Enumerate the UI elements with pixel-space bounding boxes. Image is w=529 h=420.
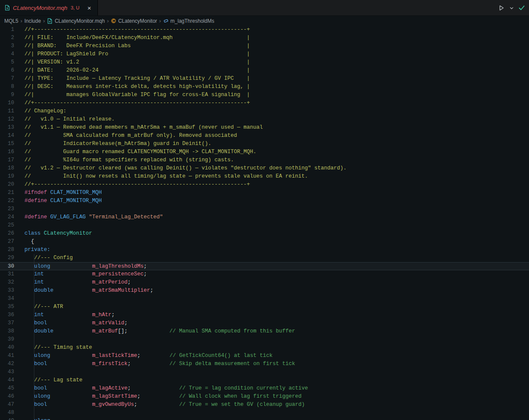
code-line[interactable]: 3//| BRAND: DeeFX Precision Labs | [0, 42, 529, 50]
line-number: 13 [0, 124, 19, 132]
code-line[interactable]: 19// Init() now resets all timing/lag st… [0, 172, 529, 181]
code-line[interactable]: 25 [0, 221, 529, 230]
code-line[interactable]: 44 //--- Lag state [0, 376, 529, 384]
line-number: 12 [0, 115, 19, 124]
code-text: { [19, 238, 529, 246]
code-line[interactable]: 7//| TYPE: Include — Latency Tracking / … [0, 75, 529, 83]
code-line[interactable]: 23 [0, 205, 529, 213]
code-line[interactable]: 45 bool m_lagActive; // True = lag condi… [0, 384, 529, 393]
code-line[interactable]: 46 ulong m_lagStartTime; // Wall clock w… [0, 393, 529, 401]
code-line[interactable]: 48 [0, 409, 529, 417]
line-number: 15 [0, 140, 19, 148]
line-number: 42 [0, 360, 19, 368]
code-text: bool m_atrValid; [19, 319, 529, 327]
code-line[interactable]: 35 //--- ATR [0, 303, 529, 311]
code-line[interactable]: 20//+-----------------------------------… [0, 181, 529, 189]
breadcrumb-item-mql5[interactable]: MQL5 [4, 18, 18, 24]
breadcrumb-separator: › [43, 18, 45, 24]
code-line[interactable]: 22#define CLAT_MONITOR_MQH [0, 197, 529, 205]
code-line[interactable]: 9//| manages GlobalVariable IPC flag for… [0, 91, 529, 99]
breadcrumb-item-clatencymonitor[interactable]: CLatencyMonitor [111, 18, 157, 24]
breadcrumb: MQL5›Include›CLatencyMonitor.mqh›CLatenc… [0, 16, 529, 26]
tab-clatencymonitor[interactable]: CLatencyMonitor.mqh 3, U × [0, 0, 98, 15]
code-line[interactable]: 28private: [0, 246, 529, 254]
code-text: ulong m_lagThresholdMs; [19, 263, 529, 270]
code-line[interactable]: 29 //--- Config [0, 254, 529, 262]
line-number: 43 [0, 368, 19, 376]
code-line[interactable]: 39 [0, 335, 529, 344]
line-number: 18 [0, 164, 19, 172]
line-number: 24 [0, 213, 19, 221]
code-line[interactable]: 30 ulong m_lagThresholdMs; [0, 262, 529, 270]
code-text: // Guard macro renamed CLATENCYMONITOR_M… [19, 148, 529, 156]
code-line[interactable]: 31 int m_persistenceSec; [0, 270, 529, 278]
code-line[interactable]: 16// Guard macro renamed CLATENCYMONITOR… [0, 148, 529, 156]
check-icon[interactable] [517, 3, 526, 12]
chevron-down-icon[interactable] [508, 3, 514, 12]
line-number: 10 [0, 99, 19, 107]
code-line[interactable]: 34 [0, 295, 529, 303]
line-number: 34 [0, 295, 19, 303]
code-line[interactable]: 17// %I64u format specifiers replaced wi… [0, 156, 529, 164]
code-line[interactable]: 26class CLatencyMonitor [0, 230, 529, 238]
tab-problems-git-badge: 3, U [71, 5, 79, 10]
code-text: #define GV_LAG_FLAG "Terminal_Lag_Detect… [19, 213, 529, 221]
code-line[interactable]: 38 double m_atrBuf[]; // Manual SMA comp… [0, 327, 529, 335]
line-number: 11 [0, 107, 19, 115]
code-line[interactable]: 27 { [0, 238, 529, 246]
code-line[interactable]: 2//| FILE: Include/DeeFX/CLatencyMonitor… [0, 34, 529, 42]
code-text: bool m_gvOwnedByUs; // True = we set the… [19, 401, 529, 409]
code-text [19, 409, 529, 417]
code-line[interactable]: 12// v1.0 — Initial release. [0, 115, 529, 124]
code-text: bool m_firstTick; // Skip delta measurem… [19, 360, 529, 368]
code-text: //--- Config [19, 254, 529, 262]
code-line[interactable]: 32 int m_atrPeriod; [0, 278, 529, 287]
code-area: 1//+------------------------------------… [0, 26, 529, 420]
code-line[interactable]: 36 int m_hAtr; [0, 311, 529, 319]
code-line[interactable]: 41 ulong m_lastTickTime; // GetTickCount… [0, 352, 529, 360]
code-line[interactable]: 4//| PRODUCT: LagShield Pro | [0, 50, 529, 58]
code-line[interactable]: 15// IndicatorRelease(m_hAtrSma) guard i… [0, 140, 529, 148]
line-number: 9 [0, 91, 19, 99]
breadcrumb-label: CLatencyMonitor.mqh [55, 18, 105, 24]
breadcrumb-item-include[interactable]: Include [24, 18, 41, 24]
code-line[interactable]: 47 bool m_gvOwnedByUs; // True = we set … [0, 401, 529, 409]
code-line[interactable]: 21#ifndef CLAT_MONITOR_MQH [0, 189, 529, 197]
code-line[interactable]: 40 //--- Timing state [0, 344, 529, 352]
line-number: 26 [0, 230, 19, 238]
line-number: 41 [0, 352, 19, 360]
line-number: 5 [0, 58, 19, 66]
code-text: int m_hAtr; [19, 311, 529, 319]
close-icon[interactable]: × [85, 4, 93, 12]
code-text: //| DATE: 2026-02-24 | [19, 66, 529, 75]
code-text [19, 335, 529, 344]
breadcrumb-item-m-lagthresholdms[interactable]: m_lagThresholdMs [163, 18, 214, 24]
code-text: // v1.1 — Removed dead members m_hAtrSma… [19, 124, 529, 132]
code-line[interactable]: 1//+------------------------------------… [0, 26, 529, 34]
code-line[interactable]: 43 [0, 368, 529, 376]
editor[interactable]: 1//+------------------------------------… [0, 26, 529, 420]
code-line[interactable]: 37 bool m_atrValid; [0, 319, 529, 327]
line-number: 44 [0, 376, 19, 384]
breadcrumb-separator: › [107, 18, 109, 24]
code-line[interactable]: 18// v1.2 — Destructor cleared (was call… [0, 164, 529, 172]
code-line[interactable]: 5//| VERSION: v1.2 | [0, 58, 529, 66]
code-text: int m_atrPeriod; [19, 278, 529, 287]
code-line[interactable]: 33 double m_atrSmaMultiplier; [0, 287, 529, 295]
code-line[interactable]: 24#define GV_LAG_FLAG "Terminal_Lag_Dete… [0, 213, 529, 221]
code-line[interactable]: 14// SMA calculated from m_atrBuf only).… [0, 132, 529, 140]
code-line[interactable]: 11// ChangeLog: [0, 107, 529, 115]
run-icon[interactable] [496, 3, 506, 12]
code-line[interactable]: 6//| DATE: 2026-02-24 | [0, 66, 529, 75]
breadcrumb-item-clatencymonitor-mqh[interactable]: CLatencyMonitor.mqh [47, 18, 105, 24]
code-line[interactable]: 13// v1.1 — Removed dead members m_hAtrS… [0, 124, 529, 132]
code-line[interactable]: 8//| DESC: Measures inter-tick delta, de… [0, 83, 529, 91]
code-line[interactable]: 49 ulong [0, 417, 529, 420]
code-text: // Init() now resets all timing/lag stat… [19, 172, 529, 181]
code-line[interactable]: 42 bool m_firstTick; // Skip delta measu… [0, 360, 529, 368]
code-text: //--- ATR [19, 303, 529, 311]
code-text: bool m_lagActive; // True = lag conditio… [19, 384, 529, 393]
code-text: ulong m_lastTickTime; // GetTickCount64(… [19, 352, 529, 360]
code-line[interactable]: 10//+-----------------------------------… [0, 99, 529, 107]
code-text: //--- Lag state [19, 376, 529, 384]
